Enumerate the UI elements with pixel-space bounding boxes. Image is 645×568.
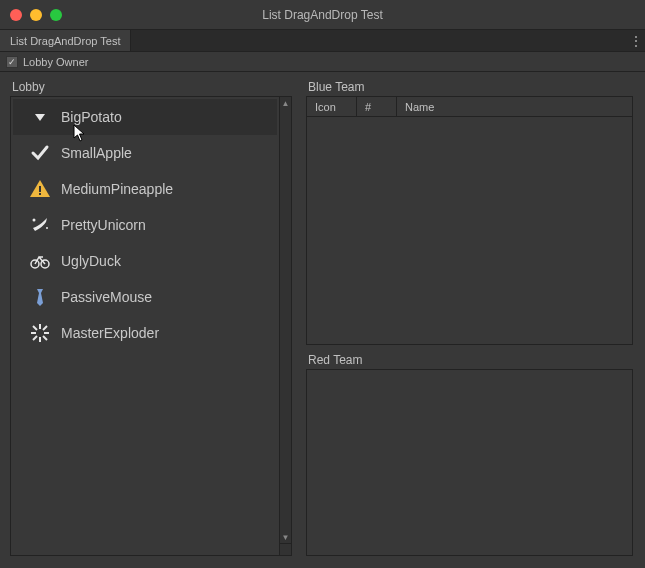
warning-icon: [29, 178, 51, 200]
teams-column: Blue Team Icon # Name Red Team: [306, 80, 633, 556]
traffic-lights: [0, 9, 62, 21]
lobby-item-prettyunicorn[interactable]: PrettyUnicorn: [13, 207, 277, 243]
svg-line-14: [33, 326, 37, 330]
column-header-icon[interactable]: Icon: [307, 97, 357, 116]
lobby-item-bigpotato[interactable]: BigPotato: [13, 99, 277, 135]
lobby-item-smallapple[interactable]: SmallApple: [13, 135, 277, 171]
lobby-column: Lobby BigPotato: [10, 80, 292, 556]
lobby-list[interactable]: BigPotato SmallApple: [11, 97, 291, 353]
lobby-owner-checkbox[interactable]: ✓: [6, 56, 18, 68]
kebab-icon: ⋮: [629, 33, 643, 49]
lobby-item-label: MediumPineapple: [61, 181, 173, 197]
maximize-button[interactable]: [50, 9, 62, 21]
svg-point-4: [33, 219, 36, 222]
sparkle-icon: [29, 214, 51, 236]
scroll-up-icon[interactable]: ▲: [280, 97, 291, 109]
lobby-item-label: BigPotato: [61, 109, 122, 125]
scroll-down-icon[interactable]: ▼: [280, 531, 291, 543]
close-button[interactable]: [10, 9, 22, 21]
blue-team-header: Icon # Name: [307, 97, 632, 117]
svg-line-17: [33, 336, 37, 340]
blue-team-block: Blue Team Icon # Name: [306, 80, 633, 345]
window-title: List DragAndDrop Test: [0, 8, 645, 22]
resize-handle[interactable]: [279, 543, 291, 555]
lobby-item-passivemouse[interactable]: PassiveMouse: [13, 279, 277, 315]
lobby-owner-row: ✓ Lobby Owner: [0, 52, 645, 72]
tie-icon: [29, 286, 51, 308]
svg-rect-3: [39, 193, 41, 195]
lobby-item-label: PrettyUnicorn: [61, 217, 146, 233]
svg-marker-9: [37, 293, 43, 306]
minimize-button[interactable]: [30, 9, 42, 21]
svg-marker-0: [35, 114, 45, 121]
blue-team-label: Blue Team: [306, 80, 633, 94]
tab-bar: List DragAndDrop Test ⋮: [0, 30, 645, 52]
red-team-label: Red Team: [306, 353, 633, 367]
svg-point-5: [46, 227, 48, 229]
triangle-down-icon: [29, 106, 51, 128]
lobby-item-label: UglyDuck: [61, 253, 121, 269]
red-team-block: Red Team: [306, 353, 633, 556]
svg-line-15: [43, 336, 47, 340]
lobby-panel: BigPotato SmallApple: [10, 96, 292, 556]
column-header-name[interactable]: Name: [397, 97, 632, 116]
tab-spacer: [131, 30, 627, 51]
check-icon: [29, 142, 51, 164]
lobby-item-label: MasterExploder: [61, 325, 159, 341]
svg-line-16: [43, 326, 47, 330]
lobby-owner-label: Lobby Owner: [23, 56, 88, 68]
check-icon: ✓: [8, 57, 16, 67]
titlebar[interactable]: List DragAndDrop Test: [0, 0, 645, 30]
red-team-panel[interactable]: [306, 369, 633, 556]
blue-team-panel[interactable]: Icon # Name: [306, 96, 633, 345]
bike-icon: [29, 250, 51, 272]
lobby-item-uglyduck[interactable]: UglyDuck: [13, 243, 277, 279]
burst-icon: [29, 322, 51, 344]
app-window: List DragAndDrop Test List DragAndDrop T…: [0, 0, 645, 568]
lobby-item-label: PassiveMouse: [61, 289, 152, 305]
tab-list-draganddrop[interactable]: List DragAndDrop Test: [0, 30, 131, 51]
tab-label: List DragAndDrop Test: [10, 35, 120, 47]
lobby-item-label: SmallApple: [61, 145, 132, 161]
tab-menu-button[interactable]: ⋮: [627, 30, 645, 51]
content-area: Lobby BigPotato: [0, 72, 645, 568]
lobby-scrollbar[interactable]: ▲ ▼: [279, 97, 291, 543]
lobby-item-mediumpineapple[interactable]: MediumPineapple: [13, 171, 277, 207]
svg-rect-2: [39, 186, 41, 192]
lobby-panel-label: Lobby: [10, 80, 292, 94]
column-header-number[interactable]: #: [357, 97, 397, 116]
lobby-item-masterexploder[interactable]: MasterExploder: [13, 315, 277, 351]
svg-marker-8: [37, 289, 43, 293]
